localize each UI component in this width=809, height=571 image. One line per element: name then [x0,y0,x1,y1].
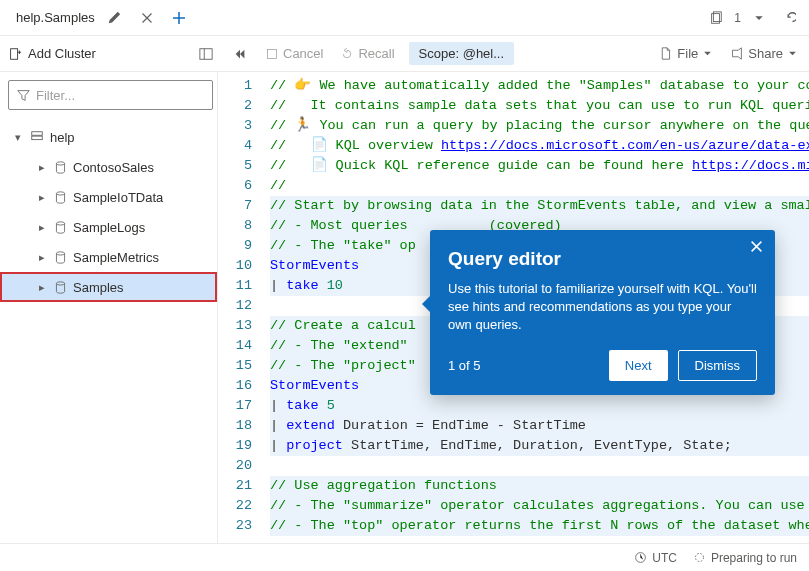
cluster-icon [30,130,44,144]
chevron-right-icon: ▸ [36,161,48,174]
recall-label: Recall [358,46,394,61]
svg-point-12 [56,221,64,224]
collapse-left-icon[interactable] [228,42,252,66]
chevron-down-icon[interactable] [747,6,771,30]
svg-point-10 [56,161,64,164]
database-icon [54,221,67,234]
status-state: Preparing to run [693,551,797,565]
tree-item-label: ContosoSales [73,160,154,175]
tree-item-contososales[interactable]: ▸ContosoSales [0,152,217,182]
svg-rect-8 [32,132,43,136]
line-gutter: 1234567891011121314151617181920212223 [218,72,262,543]
callout-title: Query editor [448,248,757,270]
filter-box[interactable] [8,80,213,110]
timezone-label: UTC [652,551,677,565]
callout-step: 1 of 5 [448,358,481,373]
chevron-right-icon: ▸ [36,251,48,264]
filter-icon [17,89,30,102]
tree-item-label: SampleIoTData [73,190,163,205]
toolbar: Add Cluster Cancel Recall Scope: @hel...… [0,36,809,72]
tree-item-label: SampleLogs [73,220,145,235]
chevron-right-icon: ▸ [36,221,48,234]
tree-item-sampleiotdata[interactable]: ▸SampleIoTData [0,182,217,212]
clock-icon [634,551,647,564]
svg-point-11 [56,191,64,194]
callout-body: Use this tutorial to familiarize yoursel… [448,280,757,334]
status-bar: UTC Preparing to run [0,543,809,571]
status-timezone[interactable]: UTC [634,551,677,565]
database-icon [54,251,67,264]
state-label: Preparing to run [711,551,797,565]
tree-item-label: Samples [73,280,124,295]
share-menu[interactable]: Share [726,44,801,63]
undo-icon[interactable] [777,6,801,30]
panel-toggle-icon[interactable] [194,42,218,66]
database-icon [54,281,67,294]
database-icon [54,161,67,174]
add-cluster-label: Add Cluster [28,46,96,61]
tree-root-label: help [50,130,75,145]
close-icon[interactable] [135,6,159,30]
sidebar: ▾ help ▸ContosoSales▸SampleIoTData▸Sampl… [0,72,218,543]
tab-title: help.Samples [16,10,95,25]
tree-root-help[interactable]: ▾ help [0,122,217,152]
scope-value: @hel... [463,46,504,61]
tutorial-callout: Query editor Use this tutorial to famili… [430,230,775,395]
chevron-right-icon: ▸ [36,191,48,204]
spinner-icon [693,551,706,564]
scope-prefix: Scope: [419,46,463,61]
copy-icon[interactable] [704,6,728,30]
file-label: File [677,46,698,61]
svg-rect-7 [268,49,277,58]
svg-point-14 [56,281,64,284]
filter-input[interactable] [36,88,204,103]
file-menu[interactable]: File [655,44,716,63]
svg-point-16 [695,553,703,561]
chevron-right-icon: ▸ [36,281,48,294]
tab-active[interactable]: help.Samples [8,0,167,35]
svg-rect-5 [200,48,212,59]
tree-item-samples[interactable]: ▸Samples [0,272,217,302]
svg-rect-2 [11,48,18,59]
tree-item-samplemetrics[interactable]: ▸SampleMetrics [0,242,217,272]
svg-rect-9 [32,136,43,140]
tree-item-samplelogs[interactable]: ▸SampleLogs [0,212,217,242]
connection-tree: ▾ help ▸ContosoSales▸SampleIoTData▸Sampl… [0,118,217,306]
tree-item-label: SampleMetrics [73,250,159,265]
svg-point-13 [56,251,64,254]
new-tab-button[interactable] [167,6,191,30]
cancel-button[interactable]: Cancel [262,44,327,63]
next-button[interactable]: Next [609,350,668,381]
share-label: Share [748,46,783,61]
pencil-icon[interactable] [103,6,127,30]
dismiss-button[interactable]: Dismiss [678,350,758,381]
add-cluster-button[interactable]: Add Cluster [8,46,96,61]
database-icon [54,191,67,204]
recall-button[interactable]: Recall [337,44,398,63]
copy-count: 1 [734,11,741,25]
scope-selector[interactable]: Scope: @hel... [409,42,514,65]
cancel-label: Cancel [283,46,323,61]
close-icon[interactable] [750,240,763,253]
chevron-down-icon: ▾ [12,131,24,144]
tab-bar: help.Samples 1 [0,0,809,36]
